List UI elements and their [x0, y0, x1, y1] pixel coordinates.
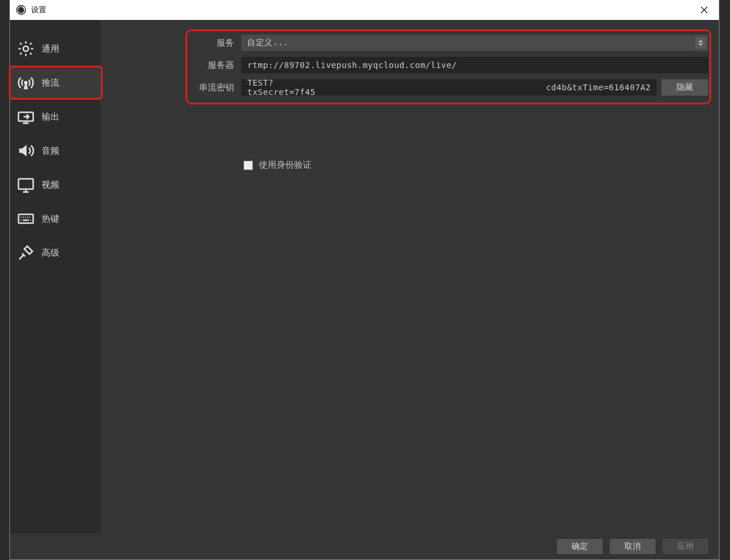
monitor-icon	[16, 175, 36, 195]
sidebar-item-general[interactable]: 通用	[10, 32, 100, 66]
sidebar-item-audio[interactable]: 音频	[10, 134, 100, 168]
sidebar-item-label: 输出	[42, 111, 59, 123]
server-input[interactable]: rtmp://89702.livepush.myqcloud.com/live/	[241, 57, 708, 73]
auth-checkbox[interactable]	[244, 161, 253, 170]
keyboard-icon	[16, 209, 36, 229]
sidebar-item-label: 音频	[42, 145, 59, 157]
sidebar-item-label: 推流	[42, 77, 59, 89]
service-row: 服务 自定义...	[194, 34, 708, 52]
field-label: 串流密钥	[194, 82, 241, 93]
auth-checkbox-row: 使用身份验证	[244, 159, 719, 171]
sidebar-item-label: 热键	[42, 213, 59, 225]
output-icon	[16, 107, 36, 127]
svg-rect-6	[19, 215, 33, 223]
streamkey-input[interactable]: TEST?txSecret=7f45xxxxxxxxxxxxxxxxxxxxxx…	[241, 79, 657, 96]
settings-dialog: 设置 通用 推流 输出	[9, 0, 719, 560]
sidebar: 通用 推流 输出 音频	[10, 20, 100, 534]
server-value: rtmp://89702.livepush.myqcloud.com/live/	[247, 60, 457, 70]
titlebar: 设置	[10, 0, 719, 20]
sidebar-item-stream[interactable]: 推流	[9, 66, 103, 100]
auth-label: 使用身份验证	[259, 159, 312, 171]
dropdown-spinner-icon[interactable]	[695, 37, 706, 49]
sidebar-item-video[interactable]: 视频	[10, 168, 100, 202]
sidebar-item-label: 视频	[42, 179, 59, 191]
tools-icon	[16, 243, 36, 263]
sidebar-item-output[interactable]: 输出	[10, 100, 100, 134]
sidebar-item-hotkeys[interactable]: 热键	[10, 202, 100, 236]
field-label: 服务	[194, 38, 241, 49]
streamkey-value-prefix: TEST?txSecret=7f45	[247, 78, 315, 97]
redacted-segment: xxxxxxxxxxxxxxxxxxxxxxxxxxxxxxxxxxxxxxxx…	[316, 83, 546, 92]
streamkey-row: 串流密钥 TEST?txSecret=7f45xxxxxxxxxxxxxxxxx…	[194, 79, 708, 96]
window-title: 设置	[31, 5, 46, 15]
svg-rect-5	[19, 179, 33, 189]
streamkey-value-suffix: cd4b&txTime=616407A2	[546, 83, 651, 92]
hide-button[interactable]: 隐藏	[661, 79, 708, 96]
service-dropdown[interactable]: 自定义...	[241, 35, 708, 51]
sidebar-item-label: 高级	[42, 247, 59, 259]
service-value: 自定义...	[247, 38, 288, 48]
sidebar-item-label: 通用	[42, 43, 59, 55]
server-row: 服务器 rtmp://89702.livepush.myqcloud.com/l…	[194, 56, 708, 74]
cancel-button[interactable]: 取消	[610, 539, 655, 554]
field-label: 服务器	[194, 60, 241, 71]
svg-point-2	[23, 46, 29, 52]
speaker-icon	[16, 141, 36, 161]
obs-icon	[16, 5, 26, 15]
broadcast-icon	[16, 73, 36, 93]
close-icon[interactable]	[695, 1, 713, 19]
sidebar-item-advanced[interactable]: 高级	[10, 236, 100, 270]
gear-icon	[16, 39, 36, 59]
ok-button[interactable]: 确定	[557, 539, 603, 554]
apply-button[interactable]: 应用	[663, 539, 708, 554]
dialog-footer: 确定 取消 应用	[10, 534, 719, 559]
content-area: 服务 自定义... 服务器 rtmp://89702.livepush.myqc…	[100, 20, 719, 534]
